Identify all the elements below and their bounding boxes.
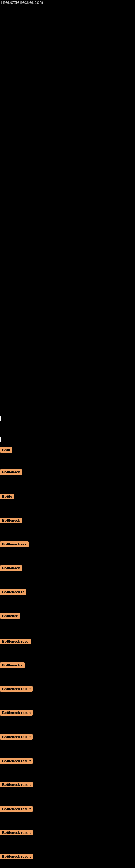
bottleneck-result-label[interactable]: Bottle — [0, 494, 14, 499]
bottleneck-result-label[interactable]: Bottlenec — [0, 613, 20, 619]
bottleneck-result-label[interactable]: Bottleneck result — [0, 782, 33, 787]
bottleneck-result-label[interactable]: Bottleneck r — [0, 662, 25, 668]
bottleneck-result-label[interactable]: Bottleneck result — [0, 758, 33, 764]
bottleneck-result-label[interactable]: Bottleneck resu — [0, 639, 31, 644]
bottleneck-result-label[interactable]: Bottleneck result — [0, 854, 33, 859]
bottleneck-result-label[interactable]: Bottleneck result — [0, 734, 33, 740]
bottleneck-result-label[interactable]: Bottleneck res — [0, 541, 29, 547]
cursor-1 — [0, 416, 1, 421]
bottleneck-result-label[interactable]: Bottleneck result — [0, 686, 33, 692]
bottleneck-result-label[interactable]: Bottleneck — [0, 565, 22, 571]
bottleneck-result-label[interactable]: Bottleneck result — [0, 830, 33, 835]
bottleneck-result-label[interactable]: Bottleneck result — [0, 710, 33, 716]
bottleneck-result-label[interactable]: Bottl — [0, 447, 12, 453]
bottleneck-result-label[interactable]: Bottleneck — [0, 469, 22, 475]
bottleneck-result-label[interactable]: Bottleneck result — [0, 806, 33, 812]
bottleneck-result-label[interactable]: Bottleneck — [0, 518, 22, 523]
cursor-2 — [0, 437, 1, 442]
site-title: TheBottlenecker.com — [0, 0, 43, 5]
bottleneck-result-label[interactable]: Bottleneck re — [0, 589, 27, 595]
